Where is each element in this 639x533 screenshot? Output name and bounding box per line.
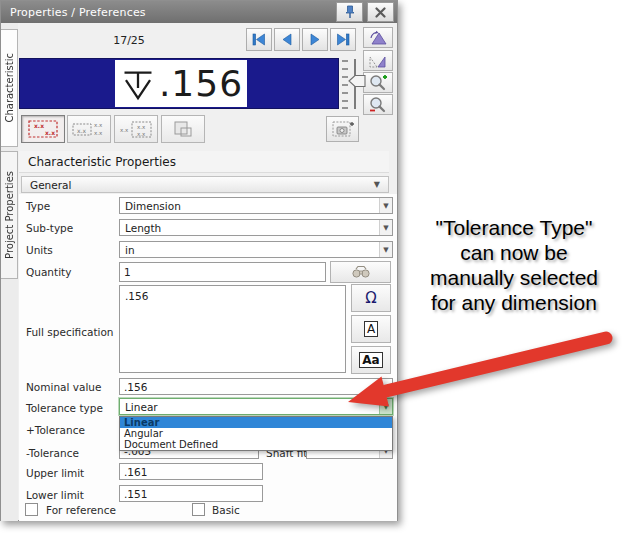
basic-checkbox[interactable]: [192, 503, 205, 516]
first-record-icon: [251, 33, 267, 46]
svg-text:x.x: x.x: [77, 127, 86, 134]
lower-limit-label: Lower limit: [26, 489, 84, 501]
type-select[interactable]: Dimension ▼: [119, 197, 393, 214]
record-counter: 17/25: [79, 34, 179, 47]
dimension-value: .156: [159, 66, 243, 102]
subtype-label: Sub-type: [26, 222, 73, 234]
dropdown-arrow-icon: ▼: [379, 220, 392, 235]
svg-text:x.x: x.x: [137, 131, 146, 137]
flip-view-icon: [368, 53, 388, 69]
panel-title: Properties / Preferences: [1, 6, 146, 19]
pin-icon: [344, 5, 356, 19]
chevron-down-icon: ▼: [374, 180, 380, 189]
preview-zoom-slider[interactable]: [339, 57, 367, 111]
omega-icon: Ω: [365, 289, 376, 307]
properties-panel: Properties / Preferences Characteristic: [0, 0, 398, 521]
page: Properties / Preferences Characteristic: [0, 0, 639, 533]
svg-text:x.x: x.x: [34, 122, 44, 129]
last-record-button[interactable]: [330, 28, 356, 51]
format-tolerance-left-button[interactable]: x.x x.x x.x: [114, 115, 158, 143]
quantity-label: Quantity: [26, 266, 71, 278]
special-character-button[interactable]: Ω: [351, 284, 391, 312]
format-combined-button[interactable]: [161, 115, 205, 143]
font-style-button[interactable]: A: [351, 315, 391, 343]
tab-project-properties[interactable]: Project Properties: [1, 151, 18, 279]
previous-record-button[interactable]: [274, 28, 300, 51]
subtype-select[interactable]: Length ▼: [119, 219, 393, 236]
binoculars-icon: [351, 265, 371, 279]
plus-tolerance-label: +Tolerance: [26, 424, 85, 436]
find-quantity-button[interactable]: [330, 261, 391, 283]
svg-text:x.x: x.x: [94, 122, 103, 128]
format-combined-icon: [171, 119, 195, 139]
minus-tolerance-label: -Tolerance: [26, 447, 79, 459]
last-record-icon: [335, 33, 351, 46]
format-nominal-tolerance-icon: x.x x.x: [26, 118, 60, 140]
for-reference-checkbox[interactable]: [25, 503, 38, 516]
format-tolerance-right-button[interactable]: x.x x.x x.x: [67, 115, 111, 143]
dimension-callout: .156: [115, 60, 247, 107]
first-record-button[interactable]: [246, 28, 272, 51]
font-aa-icon: Aa: [359, 352, 382, 368]
close-icon: [375, 7, 386, 18]
format-nominal-tolerance-button[interactable]: x.x x.x: [21, 115, 65, 143]
next-record-icon: [307, 33, 323, 46]
font-a-icon: A: [364, 321, 378, 337]
full-specification-textarea[interactable]: .156: [119, 285, 346, 373]
zoom-in-icon: [368, 74, 388, 91]
close-button[interactable]: [367, 2, 394, 22]
side-tabstrip: Characteristic Project Properties: [1, 23, 18, 521]
for-reference-label: For reference: [46, 504, 116, 516]
units-select[interactable]: in ▼: [119, 241, 393, 258]
dimension-preview: .156: [19, 58, 339, 109]
dropdown-arrow-icon: ▼: [379, 242, 392, 257]
dropdown-option-angular[interactable]: Angular: [120, 428, 392, 439]
capture-image-button[interactable]: [326, 116, 359, 142]
rotate-view-button[interactable]: [363, 27, 393, 48]
zoom-out-icon: [368, 96, 388, 113]
basic-label: Basic: [212, 504, 240, 516]
svg-text:x.x: x.x: [45, 129, 55, 136]
format-tolerance-right-icon: x.x x.x x.x: [71, 118, 107, 140]
pin-button[interactable]: [336, 2, 363, 22]
previous-record-icon: [279, 33, 295, 46]
dropdown-arrow-icon: ▼: [379, 198, 392, 213]
dropdown-option-linear[interactable]: Linear: [120, 417, 392, 428]
tolerance-type-dropdown: Linear Angular Document Defined: [119, 416, 393, 451]
svg-text:x.x: x.x: [94, 130, 103, 136]
tolerance-type-label: Tolerance type: [26, 402, 103, 414]
upper-limit-input[interactable]: [119, 463, 263, 480]
section-header: Characteristic Properties: [19, 151, 389, 173]
group-general[interactable]: General ▼: [21, 176, 389, 193]
font-case-button[interactable]: Aa: [351, 346, 391, 374]
upper-limit-label: Upper limit: [26, 467, 84, 479]
tab-characteristic[interactable]: Characteristic: [1, 29, 18, 147]
slider-thumb: [349, 76, 365, 87]
next-record-button[interactable]: [302, 28, 328, 51]
flip-view-button[interactable]: [363, 50, 393, 71]
capture-image-icon: [331, 120, 355, 139]
svg-text:x.x: x.x: [137, 124, 146, 130]
depth-symbol-icon: [119, 65, 157, 103]
nominal-value-label: Nominal value: [26, 381, 101, 393]
nominal-value-input[interactable]: [119, 378, 393, 395]
dropdown-option-document-defined[interactable]: Document Defined: [120, 439, 392, 450]
svg-text:x.x: x.x: [120, 127, 129, 133]
zoom-out-button[interactable]: [363, 94, 393, 115]
zoom-in-button[interactable]: [363, 72, 393, 93]
format-tolerance-left-icon: x.x x.x x.x: [118, 118, 154, 140]
units-label: Units: [26, 244, 53, 256]
annotation-text: "Tolerance Type" can now be manually sel…: [400, 215, 628, 315]
tolerance-type-select[interactable]: Linear ▼: [119, 398, 393, 415]
dropdown-arrow-icon: ▼: [379, 399, 392, 414]
rotate-view-icon: [368, 30, 388, 46]
type-label: Type: [26, 200, 50, 212]
lower-limit-input[interactable]: [119, 485, 263, 502]
quantity-input[interactable]: [119, 262, 326, 282]
full-specification-label: Full specification: [26, 326, 114, 338]
